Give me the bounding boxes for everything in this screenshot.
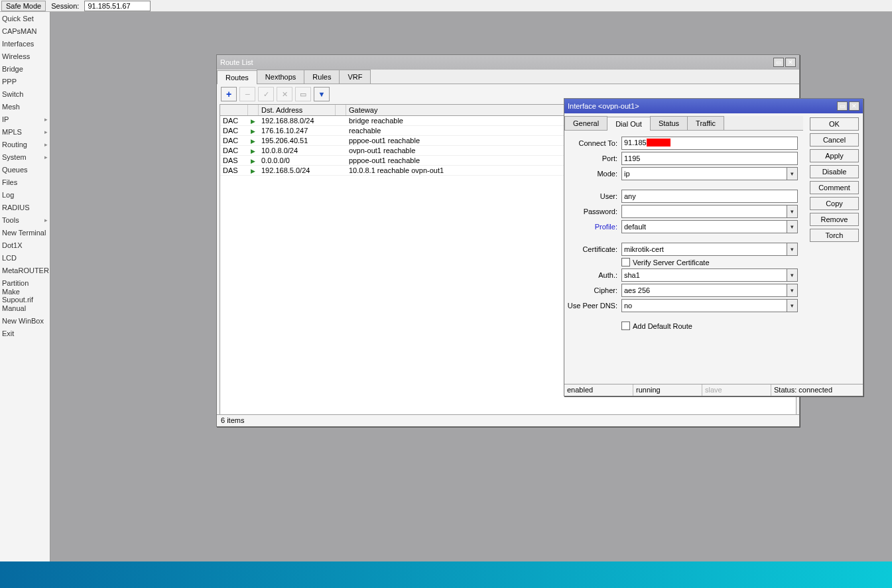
sidebar-item-bridge[interactable]: Bridge: [0, 62, 50, 75]
password-input[interactable]: [621, 205, 787, 218]
peer-dns-label: Use Peer DNS:: [564, 302, 621, 310]
user-input[interactable]: [621, 190, 798, 203]
interface-button-column: OKCancelApplyDisableCommentCopyRemoveTor…: [806, 113, 863, 384]
connect-to-input[interactable]: 91.185x: [621, 137, 798, 150]
chevron-down-icon[interactable]: [787, 220, 798, 233]
interface-title: Interface <ovpn-out1>: [568, 102, 639, 110]
sidebar-item-new-terminal[interactable]: New Terminal: [0, 226, 50, 239]
sidebar-item-make-supout-rif[interactable]: Make Supout.rif: [0, 289, 50, 302]
tab-rules[interactable]: Rules: [304, 70, 340, 84]
sidebar-item-ppp[interactable]: PPP: [0, 75, 50, 88]
route-statusbar: 6 items: [217, 414, 799, 426]
chevron-down-icon[interactable]: [787, 268, 798, 282]
col-dst[interactable]: Dst. Address: [259, 105, 336, 115]
sidebar-item-queues[interactable]: Queues: [0, 163, 50, 176]
minimize-icon[interactable]: ▭: [773, 58, 784, 67]
sidebar-item-log[interactable]: Log: [0, 188, 50, 201]
copy-button[interactable]: Copy: [810, 197, 859, 210]
session-value: 91.185.51.67: [84, 1, 151, 11]
top-toolbar: Safe Mode Session: 91.185.51.67: [0, 0, 892, 12]
sidebar-item-ip[interactable]: IP▸: [0, 113, 50, 125]
sidebar-item-mpls[interactable]: MPLS▸: [0, 125, 50, 138]
sidebar-item-wireless[interactable]: Wireless: [0, 50, 50, 62]
main-sidebar: Quick SetCAPsMANInterfacesWirelessBridge…: [0, 12, 50, 582]
tab-traffic[interactable]: Traffic: [687, 116, 724, 130]
status-enabled: enabled: [564, 384, 633, 396]
interface-titlebar[interactable]: Interface <ovpn-out1> ▭ ✕: [564, 99, 863, 113]
torch-button[interactable]: Torch: [810, 229, 859, 242]
chevron-down-icon[interactable]: [787, 299, 798, 312]
col-flags[interactable]: [220, 105, 248, 115]
sidebar-item-system[interactable]: System▸: [0, 150, 50, 163]
remove-button[interactable]: −: [239, 87, 255, 101]
session-label: Session:: [51, 2, 79, 10]
chevron-down-icon[interactable]: [787, 243, 798, 256]
interface-statusbar: enabled running slave Status: connected: [564, 384, 863, 396]
sidebar-item-routing[interactable]: Routing▸: [0, 138, 50, 150]
sidebar-item-manual[interactable]: Manual: [0, 302, 50, 314]
tab-routes[interactable]: Routes: [217, 70, 257, 84]
chevron-right-icon: ▸: [44, 129, 48, 135]
taskbar-glow: [0, 561, 892, 588]
mode-label: Mode:: [564, 170, 621, 178]
tab-status[interactable]: Status: [650, 116, 688, 130]
sidebar-item-capsman[interactable]: CAPsMAN: [0, 25, 50, 37]
route-active-icon: ▶: [251, 138, 255, 145]
sidebar-item-tools[interactable]: Tools▸: [0, 213, 50, 226]
safe-mode-button[interactable]: Safe Mode: [1, 1, 46, 11]
tab-dial-out[interactable]: Dial Out: [607, 117, 651, 131]
tab-vrf[interactable]: VRF: [339, 70, 371, 84]
route-list-title: Route List: [220, 58, 253, 66]
sidebar-item-switch[interactable]: Switch: [0, 88, 50, 100]
default-route-checkbox[interactable]: [621, 322, 630, 330]
remove-button[interactable]: Remove: [810, 213, 859, 226]
sidebar-item-metarouter[interactable]: MetaROUTER: [0, 264, 50, 276]
sidebar-item-lcd[interactable]: LCD: [0, 251, 50, 264]
verify-cert-checkbox[interactable]: [621, 258, 630, 266]
cipher-select[interactable]: [621, 284, 787, 297]
cancel-button[interactable]: Cancel: [810, 133, 859, 147]
verify-cert-label: Verify Server Certificate: [633, 259, 710, 266]
chevron-down-icon[interactable]: [787, 284, 798, 297]
route-active-icon: ▶: [251, 168, 255, 174]
profile-select[interactable]: [621, 220, 787, 233]
status-running: running: [633, 384, 702, 396]
chevron-right-icon: ▸: [44, 154, 48, 160]
add-button[interactable]: +: [221, 87, 237, 101]
sidebar-item-new-winbox[interactable]: New WinBox: [0, 314, 50, 327]
apply-button[interactable]: Apply: [810, 149, 859, 162]
filter-button[interactable]: ▼: [314, 87, 330, 101]
mode-select[interactable]: [621, 167, 787, 180]
disable-button[interactable]: ✕: [277, 87, 292, 101]
chevron-down-icon[interactable]: [787, 167, 798, 180]
route-list-titlebar[interactable]: Route List ▭ ✕: [217, 55, 799, 70]
chevron-down-icon[interactable]: [787, 205, 798, 218]
sidebar-item-files[interactable]: Files: [0, 176, 50, 188]
password-label: Password:: [564, 207, 621, 215]
default-route-label: Add Default Route: [633, 322, 692, 330]
sidebar-item-quick-set[interactable]: Quick Set: [0, 12, 50, 25]
close-icon[interactable]: ✕: [785, 58, 796, 67]
ok-button[interactable]: OK: [810, 117, 859, 131]
minimize-icon[interactable]: ▭: [837, 101, 848, 111]
route-active-icon: ▶: [251, 118, 255, 125]
certificate-select[interactable]: [621, 243, 787, 256]
close-icon[interactable]: ✕: [849, 101, 860, 111]
sidebar-item-radius[interactable]: RADIUS: [0, 201, 50, 213]
tab-general[interactable]: General: [564, 116, 607, 130]
auth-select[interactable]: [621, 268, 787, 282]
comment-button[interactable]: ▭: [295, 87, 311, 101]
sidebar-item-exit[interactable]: Exit: [0, 327, 50, 339]
certificate-label: Certificate:: [564, 245, 621, 253]
status-slave: slave: [702, 384, 771, 396]
comment-button[interactable]: Comment: [810, 181, 859, 194]
peer-dns-select[interactable]: [621, 299, 787, 312]
sidebar-item-dot1x[interactable]: Dot1X: [0, 239, 50, 251]
enable-button[interactable]: ✓: [258, 87, 274, 101]
sidebar-item-mesh[interactable]: Mesh: [0, 100, 50, 113]
sidebar-item-interfaces[interactable]: Interfaces: [0, 37, 50, 50]
tab-nexthops[interactable]: Nexthops: [257, 70, 304, 84]
disable-button[interactable]: Disable: [810, 165, 859, 178]
profile-label[interactable]: Profile:: [564, 223, 621, 231]
port-input[interactable]: [621, 152, 798, 165]
